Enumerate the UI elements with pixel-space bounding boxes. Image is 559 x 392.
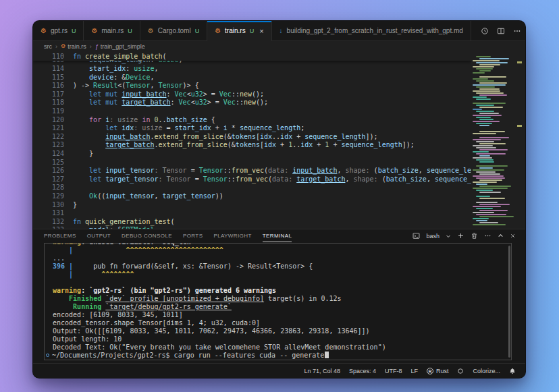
- shell-label[interactable]: bash: [426, 233, 440, 240]
- tab-main.rs[interactable]: ⚙main.rsU: [84, 21, 140, 40]
- panel-tab-debug-console[interactable]: DEBUG CONSOLE: [116, 229, 178, 242]
- code-line[interactable]: 130}: [33, 201, 471, 210]
- chevron-right-icon: ›: [90, 43, 92, 50]
- terminal-line: | ^^^^^^^^^^^^^^^^^^^^^^^^: [53, 246, 511, 254]
- terminal[interactable]: warning: unused variable: `seq_len` | ^^…: [44, 243, 512, 360]
- panel-tab-ports[interactable]: PORTS: [178, 229, 208, 242]
- code-line[interactable]: 116) -> Result<(Tensor, Tensor)> {: [33, 82, 471, 90]
- code-line[interactable]: 115 device: &Device,: [33, 74, 471, 82]
- line-number: 128: [33, 184, 64, 192]
- panel-tab-problems[interactable]: PROBLEMS: [38, 229, 82, 242]
- terminal-line: ...: [53, 254, 511, 262]
- status-bar: Ln 71, Col 48Spaces: 4UTF-8LFRRustColori…: [33, 363, 525, 378]
- bell-icon: [509, 368, 516, 374]
- panel-tab-output[interactable]: OUTPUT: [82, 229, 116, 242]
- breadcrumb-item-src[interactable]: src: [44, 43, 52, 50]
- terminal-line: Finished `dev` profile [unoptimized + de…: [53, 295, 511, 303]
- code-line[interactable]: 132fn quick_generation_test(: [33, 218, 471, 227]
- tab-Cargo.toml[interactable]: ⚙Cargo.tomlU: [140, 21, 207, 40]
- code-line[interactable]: 114 start_idx: usize,: [33, 65, 471, 74]
- function-symbol-icon: ƒ: [95, 43, 99, 50]
- history-icon[interactable]: [481, 27, 489, 35]
- code-line[interactable]: 133 model: &GPTModel,: [33, 226, 471, 229]
- code-line[interactable]: 127 let target_tensor: Tensor = Tensor::…: [33, 175, 471, 184]
- close-icon[interactable]: ×: [259, 27, 263, 35]
- kill-terminal-icon[interactable]: [471, 232, 478, 240]
- maximize-panel-icon[interactable]: [498, 233, 504, 239]
- breadcrumb-item-train.rs[interactable]: ⚙train.rs: [61, 43, 86, 50]
- tab-train.rs[interactable]: ⚙train.rsU×: [207, 21, 271, 40]
- panel-more-icon[interactable]: [484, 232, 491, 240]
- terminal-line: Running `target/debug/gpt2-rs generate`: [53, 303, 511, 311]
- line-number: 110: [33, 52, 64, 61]
- status-indentation[interactable]: Spaces: 4: [349, 368, 376, 374]
- code-line[interactable]: 126 let input_tensor: Tensor = Tensor::f…: [33, 167, 471, 175]
- rust-icon: R: [427, 368, 433, 374]
- sticky-scroll-line[interactable]: 110fn create_simple_batch(: [33, 52, 471, 61]
- terminal-line: encoded: [6109, 8033, 345, 1011]: [53, 311, 511, 319]
- code-line[interactable]: 123 target_batch.extend_from_slice(&toke…: [33, 141, 471, 150]
- panel-tab-playwright[interactable]: PLAYWRIGHT: [208, 229, 257, 242]
- editor-actions: [471, 21, 526, 40]
- git-status-badge: U: [195, 28, 200, 34]
- breadcrumb-item-train_gpt_simple[interactable]: ƒtrain_gpt_simple: [95, 43, 145, 50]
- code-line[interactable]: 119: [33, 107, 471, 116]
- overview-ruler-mark: [517, 125, 522, 127]
- code-line[interactable]: 129 Ok((input_tensor, target_tensor)): [33, 192, 471, 201]
- tab-label: Cargo.toml: [158, 27, 191, 34]
- code-line[interactable]: 125: [33, 159, 471, 167]
- code-line[interactable]: 124 }: [33, 150, 471, 159]
- line-number: 117: [33, 90, 64, 99]
- breadcrumb: src›⚙train.rs›ƒtrain_gpt_simple: [33, 41, 525, 52]
- tab-list: ⚙gpt.rsU⚙main.rsU⚙Cargo.tomlU⚙train.rsU×…: [33, 21, 471, 40]
- rust-file-icon: ⚙: [215, 28, 221, 34]
- minimap[interactable]: [471, 52, 516, 229]
- status-colorize[interactable]: Colorize...: [473, 368, 500, 374]
- line-number: 113: [33, 61, 64, 65]
- git-status-badge: U: [250, 28, 255, 34]
- markdown-file-icon: ↓: [280, 28, 283, 34]
- tab-label: train.rs: [225, 27, 246, 34]
- tab-label: main.rs: [101, 27, 124, 34]
- rust-file-icon: ⚙: [41, 28, 47, 34]
- code-line[interactable]: 120 for i: usize in 0..batch_size {: [33, 116, 471, 125]
- terminal-line: encoded_tensor.shape Tensor[dims 1, 4; u…: [53, 319, 511, 327]
- code-line[interactable]: 128: [33, 184, 471, 192]
- overview-ruler-mark: [517, 61, 522, 63]
- status-language-mode[interactable]: RRust: [427, 368, 449, 374]
- close-panel-icon[interactable]: [510, 233, 516, 239]
- rust-file-icon: ⚙: [61, 44, 65, 49]
- status-eol[interactable]: LF: [410, 368, 418, 374]
- code-line[interactable]: 131: [33, 209, 471, 218]
- status-cursor-position[interactable]: Ln 71, Col 48: [304, 368, 340, 374]
- code-area[interactable]: 110fn create_simple_batch( 113 sequence_…: [33, 52, 471, 229]
- terminal-line: 396 | pub fn forward(&self, xs: &Tensor)…: [53, 262, 511, 271]
- line-number: 126: [33, 167, 64, 175]
- line-number: 125: [33, 159, 64, 167]
- code-line[interactable]: 110fn create_simple_batch(: [33, 52, 471, 61]
- line-number: 116: [33, 82, 64, 90]
- terminal-scrollbar[interactable]: [508, 246, 510, 358]
- line-number: 119: [33, 107, 64, 116]
- code-line[interactable]: 118 let mut target_batch: Vec<u32> = Vec…: [33, 99, 471, 107]
- more-actions-icon[interactable]: [513, 27, 521, 35]
- code-line[interactable]: 117 let mut input_batch: Vec<u32> = Vec:…: [33, 90, 471, 99]
- chevron-down-icon[interactable]: [446, 233, 451, 239]
- status-feedback[interactable]: [457, 368, 464, 374]
- split-editor-icon[interactable]: [497, 27, 505, 35]
- line-number: 133: [33, 226, 64, 229]
- panel-tab-terminal[interactable]: TERMINAL: [257, 229, 298, 242]
- tab-gpt.rs[interactable]: ⚙gpt.rsU: [33, 21, 84, 40]
- tab-bar: ⚙gpt.rsU⚙main.rsU⚙Cargo.tomlU⚙train.rsU×…: [33, 21, 525, 41]
- new-terminal-icon[interactable]: [457, 232, 464, 240]
- status-notifications[interactable]: [509, 368, 516, 374]
- status-encoding[interactable]: UTF-8: [385, 368, 402, 374]
- code-line[interactable]: 121 let idx: usize = start_idx + i * seq…: [33, 124, 471, 133]
- line-number: 123: [33, 141, 64, 150]
- code-line[interactable]: 122 input_batch.extend_from_slice(&token…: [33, 133, 471, 142]
- tab-building_gpt_2_from_scratch_in_rust_revised_with_gpt.md[interactable]: ↓building_gpt_2_from_scratch_in_rust_rev…: [272, 21, 471, 40]
- tab-label: gpt.rs: [51, 27, 68, 34]
- terminal-actions: bash: [412, 232, 520, 240]
- code-editor[interactable]: 110fn create_simple_batch( 113 sequence_…: [33, 52, 525, 229]
- code-line[interactable]: 113 sequence_length: usize,: [33, 61, 471, 65]
